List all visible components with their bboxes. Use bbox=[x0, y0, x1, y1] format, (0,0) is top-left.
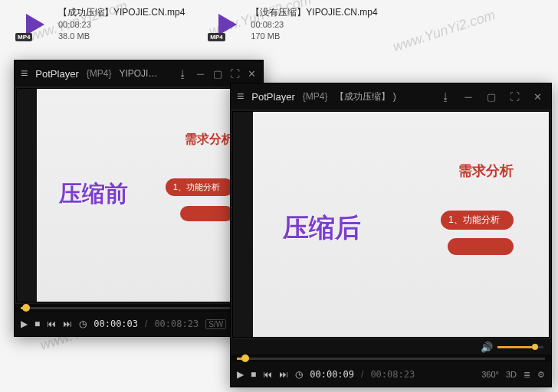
format-label: {MP4} bbox=[87, 68, 112, 79]
slide-item: 1、功能分析 bbox=[166, 178, 234, 196]
close-icon[interactable]: ✕ bbox=[530, 89, 545, 104]
time-current: 00:00:03 bbox=[94, 318, 138, 329]
svg-marker-1 bbox=[218, 14, 237, 35]
player-window-right: ≡ PotPlayer {MP4} 【成功压缩】 ) ⭳ ─ ▢ ⛶ ✕ 需求分… bbox=[230, 83, 552, 387]
app-name: PotPlayer bbox=[35, 68, 78, 80]
slide-item-blank bbox=[180, 206, 234, 221]
file-meta: 【没有压缩】YIPOJIE.CN.mp4 00:08:23 170 MB bbox=[251, 6, 377, 43]
progress-knob[interactable] bbox=[241, 354, 249, 362]
settings-icon[interactable]: ⚙ bbox=[537, 370, 545, 380]
next-icon[interactable]: ⏭ bbox=[63, 318, 72, 329]
stop-icon[interactable]: ■ bbox=[251, 369, 256, 380]
pin-icon[interactable]: ⭳ bbox=[178, 66, 188, 81]
format-label: {MP4} bbox=[303, 91, 328, 102]
titlebar-filename: YIPOJIE.CN.mp4 bbox=[119, 68, 162, 79]
stop-icon[interactable]: ■ bbox=[34, 318, 40, 329]
titlebar[interactable]: ≡ PotPlayer {MP4} 【成功压缩】 ) ⭳ ─ ▢ ⛶ ✕ bbox=[231, 83, 551, 109]
titlebar-filename: 【成功压缩】 ) bbox=[335, 90, 396, 103]
file-name: 【成功压缩】YIPOJIE.CN.mp4 bbox=[58, 6, 185, 19]
close-icon[interactable]: ✕ bbox=[248, 66, 257, 81]
video-file-icon: MP4 bbox=[15, 6, 52, 43]
maximize-icon[interactable]: ▢ bbox=[213, 66, 222, 81]
video-area[interactable]: 需求分析 1、功能分析 压缩后 bbox=[232, 111, 550, 338]
fullscreen-icon[interactable]: ⛶ bbox=[507, 89, 522, 104]
file-meta: 【成功压缩】YIPOJIE.CN.mp4 00:08:23 38.0 MB bbox=[58, 6, 185, 43]
volume-row: 🔊 bbox=[231, 339, 551, 354]
minimize-icon[interactable]: ─ bbox=[195, 66, 205, 81]
svg-marker-0 bbox=[26, 14, 44, 35]
slide-item-blank bbox=[448, 238, 514, 255]
next-icon[interactable]: ⏭ bbox=[279, 369, 288, 380]
video-sidebar bbox=[17, 89, 37, 302]
playlist-icon[interactable]: ≣ bbox=[524, 370, 530, 380]
progress-bar[interactable] bbox=[15, 304, 263, 312]
progress-bar[interactable] bbox=[231, 354, 551, 362]
file-item[interactable]: MP4 【没有压缩】YIPOJIE.CN.mp4 00:08:23 170 MB bbox=[208, 6, 377, 43]
file-size: 38.0 MB bbox=[58, 31, 185, 42]
mp4-badge: MP4 bbox=[15, 33, 32, 41]
file-list: MP4 【成功压缩】YIPOJIE.CN.mp4 00:08:23 38.0 M… bbox=[0, 0, 558, 49]
controls: ▶ ■ ⏮ ⏭ ◷ 00:00:03 / 00:08:23 S/W bbox=[15, 312, 263, 336]
video-area[interactable]: 需求分析 1、功能分析 压缩前 bbox=[16, 88, 261, 302]
clock-icon[interactable]: ◷ bbox=[79, 318, 87, 329]
slide-content: 需求分析 1、功能分析 压缩前 bbox=[37, 89, 261, 302]
overlay-label: 压缩后 bbox=[283, 211, 361, 246]
volume-icon[interactable]: 🔊 bbox=[481, 341, 493, 353]
slide-content: 需求分析 1、功能分析 压缩后 bbox=[253, 112, 549, 337]
titlebar[interactable]: ≡ PotPlayer {MP4} YIPOJIE.CN.mp4 ⭳ ─ ▢ ⛶… bbox=[15, 60, 263, 87]
time-total: 00:08:23 bbox=[370, 369, 415, 380]
fullscreen-icon[interactable]: ⛶ bbox=[230, 66, 240, 81]
maximize-icon[interactable]: ▢ bbox=[484, 89, 499, 104]
slide-heading: 需求分析 bbox=[458, 162, 514, 180]
video-sidebar bbox=[233, 112, 253, 337]
file-name: 【没有压缩】YIPOJIE.CN.mp4 bbox=[251, 6, 377, 19]
time-current: 00:00:09 bbox=[310, 369, 354, 380]
mp4-badge: MP4 bbox=[208, 33, 225, 41]
time-total: 00:08:23 bbox=[154, 318, 199, 329]
file-duration: 00:08:23 bbox=[251, 19, 377, 31]
play-icon[interactable]: ▶ bbox=[237, 369, 244, 380]
slide-item: 1、功能分析 bbox=[441, 211, 514, 230]
file-duration: 00:08:23 bbox=[58, 19, 185, 31]
menu-icon[interactable]: ≡ bbox=[21, 67, 28, 80]
prev-icon[interactable]: ⏮ bbox=[47, 318, 56, 329]
overlay-label: 压缩前 bbox=[59, 178, 128, 210]
menu-icon[interactable]: ≡ bbox=[237, 90, 244, 103]
clock-icon[interactable]: ◷ bbox=[295, 369, 303, 380]
video-file-icon: MP4 bbox=[208, 6, 245, 43]
player-window-left: ≡ PotPlayer {MP4} YIPOJIE.CN.mp4 ⭳ ─ ▢ ⛶… bbox=[14, 60, 264, 337]
vr360-button[interactable]: 360° bbox=[481, 370, 499, 379]
progress-knob[interactable] bbox=[22, 304, 30, 312]
volume-slider[interactable] bbox=[497, 346, 543, 348]
render-mode[interactable]: S/W bbox=[205, 319, 226, 329]
file-item[interactable]: MP4 【成功压缩】YIPOJIE.CN.mp4 00:08:23 38.0 M… bbox=[15, 6, 185, 43]
file-size: 170 MB bbox=[251, 31, 377, 42]
slide-heading: 需求分析 bbox=[185, 132, 234, 148]
prev-icon[interactable]: ⏮ bbox=[263, 369, 272, 380]
pin-icon[interactable]: ⭳ bbox=[438, 89, 453, 104]
app-name: PotPlayer bbox=[251, 91, 294, 103]
play-icon[interactable]: ▶ bbox=[21, 318, 28, 329]
controls: ▶ ■ ⏮ ⏭ ◷ 00:00:09 / 00:08:23 360° 3D ≣ … bbox=[231, 362, 551, 387]
volume-knob[interactable] bbox=[532, 344, 538, 350]
3d-button[interactable]: 3D bbox=[506, 370, 517, 379]
minimize-icon[interactable]: ─ bbox=[461, 89, 476, 104]
